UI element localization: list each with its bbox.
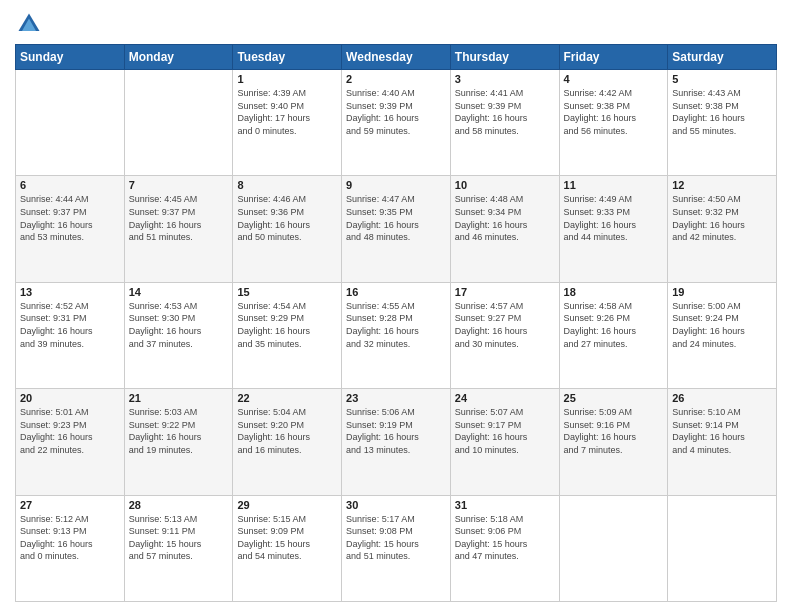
calendar-cell: 17Sunrise: 4:57 AM Sunset: 9:27 PM Dayli… [450, 282, 559, 388]
calendar-cell: 27Sunrise: 5:12 AM Sunset: 9:13 PM Dayli… [16, 495, 125, 601]
day-info: Sunrise: 4:46 AM Sunset: 9:36 PM Dayligh… [237, 193, 337, 243]
day-info: Sunrise: 5:07 AM Sunset: 9:17 PM Dayligh… [455, 406, 555, 456]
day-info: Sunrise: 4:44 AM Sunset: 9:37 PM Dayligh… [20, 193, 120, 243]
day-info: Sunrise: 4:40 AM Sunset: 9:39 PM Dayligh… [346, 87, 446, 137]
calendar-week-row: 6Sunrise: 4:44 AM Sunset: 9:37 PM Daylig… [16, 176, 777, 282]
day-number: 14 [129, 286, 229, 298]
day-info: Sunrise: 5:01 AM Sunset: 9:23 PM Dayligh… [20, 406, 120, 456]
day-number: 30 [346, 499, 446, 511]
calendar-header-row: SundayMondayTuesdayWednesdayThursdayFrid… [16, 45, 777, 70]
day-number: 8 [237, 179, 337, 191]
day-number: 20 [20, 392, 120, 404]
calendar-cell: 23Sunrise: 5:06 AM Sunset: 9:19 PM Dayli… [342, 389, 451, 495]
calendar-cell: 13Sunrise: 4:52 AM Sunset: 9:31 PM Dayli… [16, 282, 125, 388]
calendar-cell [668, 495, 777, 601]
calendar-cell: 21Sunrise: 5:03 AM Sunset: 9:22 PM Dayli… [124, 389, 233, 495]
day-number: 5 [672, 73, 772, 85]
day-info: Sunrise: 4:58 AM Sunset: 9:26 PM Dayligh… [564, 300, 664, 350]
page: SundayMondayTuesdayWednesdayThursdayFrid… [0, 0, 792, 612]
calendar-cell: 18Sunrise: 4:58 AM Sunset: 9:26 PM Dayli… [559, 282, 668, 388]
day-number: 21 [129, 392, 229, 404]
calendar-cell [16, 70, 125, 176]
logo [15, 10, 47, 38]
day-of-week-header: Sunday [16, 45, 125, 70]
day-number: 13 [20, 286, 120, 298]
day-of-week-header: Wednesday [342, 45, 451, 70]
calendar-week-row: 20Sunrise: 5:01 AM Sunset: 9:23 PM Dayli… [16, 389, 777, 495]
day-number: 31 [455, 499, 555, 511]
day-info: Sunrise: 4:57 AM Sunset: 9:27 PM Dayligh… [455, 300, 555, 350]
calendar-cell: 15Sunrise: 4:54 AM Sunset: 9:29 PM Dayli… [233, 282, 342, 388]
day-number: 24 [455, 392, 555, 404]
day-info: Sunrise: 4:42 AM Sunset: 9:38 PM Dayligh… [564, 87, 664, 137]
day-number: 2 [346, 73, 446, 85]
day-number: 16 [346, 286, 446, 298]
day-info: Sunrise: 4:54 AM Sunset: 9:29 PM Dayligh… [237, 300, 337, 350]
calendar-cell: 24Sunrise: 5:07 AM Sunset: 9:17 PM Dayli… [450, 389, 559, 495]
day-info: Sunrise: 4:45 AM Sunset: 9:37 PM Dayligh… [129, 193, 229, 243]
calendar-cell: 16Sunrise: 4:55 AM Sunset: 9:28 PM Dayli… [342, 282, 451, 388]
day-info: Sunrise: 5:13 AM Sunset: 9:11 PM Dayligh… [129, 513, 229, 563]
day-number: 23 [346, 392, 446, 404]
calendar-cell: 1Sunrise: 4:39 AM Sunset: 9:40 PM Daylig… [233, 70, 342, 176]
day-number: 4 [564, 73, 664, 85]
day-info: Sunrise: 4:43 AM Sunset: 9:38 PM Dayligh… [672, 87, 772, 137]
calendar-table: SundayMondayTuesdayWednesdayThursdayFrid… [15, 44, 777, 602]
day-number: 22 [237, 392, 337, 404]
day-info: Sunrise: 4:50 AM Sunset: 9:32 PM Dayligh… [672, 193, 772, 243]
header [15, 10, 777, 38]
day-info: Sunrise: 5:03 AM Sunset: 9:22 PM Dayligh… [129, 406, 229, 456]
day-number: 27 [20, 499, 120, 511]
day-info: Sunrise: 4:53 AM Sunset: 9:30 PM Dayligh… [129, 300, 229, 350]
calendar-cell: 20Sunrise: 5:01 AM Sunset: 9:23 PM Dayli… [16, 389, 125, 495]
day-number: 11 [564, 179, 664, 191]
calendar-cell: 10Sunrise: 4:48 AM Sunset: 9:34 PM Dayli… [450, 176, 559, 282]
calendar-cell: 6Sunrise: 4:44 AM Sunset: 9:37 PM Daylig… [16, 176, 125, 282]
calendar-cell: 26Sunrise: 5:10 AM Sunset: 9:14 PM Dayli… [668, 389, 777, 495]
calendar-week-row: 27Sunrise: 5:12 AM Sunset: 9:13 PM Dayli… [16, 495, 777, 601]
day-info: Sunrise: 4:41 AM Sunset: 9:39 PM Dayligh… [455, 87, 555, 137]
day-info: Sunrise: 5:04 AM Sunset: 9:20 PM Dayligh… [237, 406, 337, 456]
calendar-cell: 8Sunrise: 4:46 AM Sunset: 9:36 PM Daylig… [233, 176, 342, 282]
day-info: Sunrise: 4:52 AM Sunset: 9:31 PM Dayligh… [20, 300, 120, 350]
day-number: 3 [455, 73, 555, 85]
calendar-cell: 30Sunrise: 5:17 AM Sunset: 9:08 PM Dayli… [342, 495, 451, 601]
day-number: 19 [672, 286, 772, 298]
day-info: Sunrise: 5:15 AM Sunset: 9:09 PM Dayligh… [237, 513, 337, 563]
day-info: Sunrise: 4:47 AM Sunset: 9:35 PM Dayligh… [346, 193, 446, 243]
calendar-cell: 28Sunrise: 5:13 AM Sunset: 9:11 PM Dayli… [124, 495, 233, 601]
day-info: Sunrise: 5:12 AM Sunset: 9:13 PM Dayligh… [20, 513, 120, 563]
day-number: 6 [20, 179, 120, 191]
day-number: 15 [237, 286, 337, 298]
day-number: 29 [237, 499, 337, 511]
day-info: Sunrise: 4:48 AM Sunset: 9:34 PM Dayligh… [455, 193, 555, 243]
day-number: 7 [129, 179, 229, 191]
day-number: 26 [672, 392, 772, 404]
day-info: Sunrise: 4:39 AM Sunset: 9:40 PM Dayligh… [237, 87, 337, 137]
day-number: 1 [237, 73, 337, 85]
day-number: 12 [672, 179, 772, 191]
calendar-cell: 14Sunrise: 4:53 AM Sunset: 9:30 PM Dayli… [124, 282, 233, 388]
calendar-cell: 31Sunrise: 5:18 AM Sunset: 9:06 PM Dayli… [450, 495, 559, 601]
day-info: Sunrise: 5:00 AM Sunset: 9:24 PM Dayligh… [672, 300, 772, 350]
day-number: 25 [564, 392, 664, 404]
calendar-cell: 25Sunrise: 5:09 AM Sunset: 9:16 PM Dayli… [559, 389, 668, 495]
calendar-cell [124, 70, 233, 176]
calendar-cell: 5Sunrise: 4:43 AM Sunset: 9:38 PM Daylig… [668, 70, 777, 176]
day-info: Sunrise: 4:55 AM Sunset: 9:28 PM Dayligh… [346, 300, 446, 350]
day-of-week-header: Tuesday [233, 45, 342, 70]
calendar-week-row: 13Sunrise: 4:52 AM Sunset: 9:31 PM Dayli… [16, 282, 777, 388]
day-of-week-header: Monday [124, 45, 233, 70]
calendar-cell: 9Sunrise: 4:47 AM Sunset: 9:35 PM Daylig… [342, 176, 451, 282]
calendar-cell: 3Sunrise: 4:41 AM Sunset: 9:39 PM Daylig… [450, 70, 559, 176]
day-info: Sunrise: 5:18 AM Sunset: 9:06 PM Dayligh… [455, 513, 555, 563]
calendar-cell: 2Sunrise: 4:40 AM Sunset: 9:39 PM Daylig… [342, 70, 451, 176]
calendar-cell: 12Sunrise: 4:50 AM Sunset: 9:32 PM Dayli… [668, 176, 777, 282]
day-info: Sunrise: 5:06 AM Sunset: 9:19 PM Dayligh… [346, 406, 446, 456]
day-number: 17 [455, 286, 555, 298]
day-info: Sunrise: 5:17 AM Sunset: 9:08 PM Dayligh… [346, 513, 446, 563]
calendar-cell [559, 495, 668, 601]
day-info: Sunrise: 4:49 AM Sunset: 9:33 PM Dayligh… [564, 193, 664, 243]
day-of-week-header: Saturday [668, 45, 777, 70]
calendar-cell: 22Sunrise: 5:04 AM Sunset: 9:20 PM Dayli… [233, 389, 342, 495]
